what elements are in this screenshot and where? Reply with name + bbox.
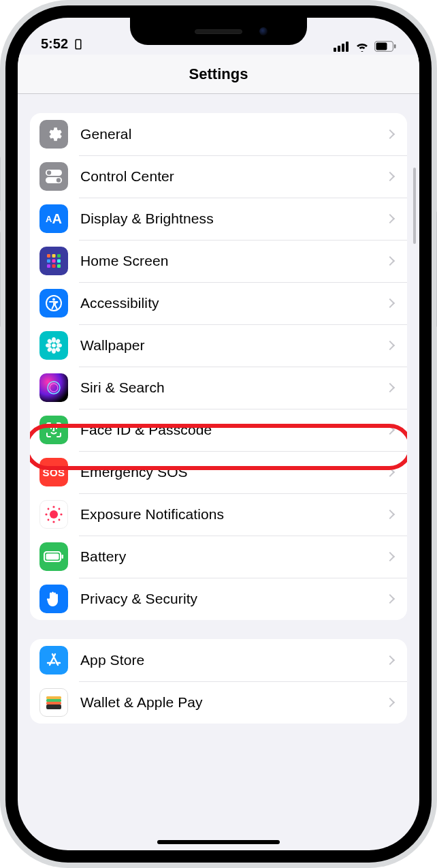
- chevron-right-icon: [385, 552, 395, 561]
- row-accessibility[interactable]: Accessibility: [30, 282, 407, 324]
- chevron-right-icon: [385, 698, 395, 707]
- siri-icon: [39, 373, 68, 402]
- sos-icon: SOS: [39, 458, 68, 486]
- svg-rect-18: [57, 260, 61, 263]
- svg-rect-49: [46, 702, 61, 704]
- row-display-brightness[interactable]: AA Display & Brightness: [30, 198, 407, 240]
- home-indicator[interactable]: [157, 840, 280, 844]
- row-label: Home Screen: [80, 253, 374, 269]
- row-control-center[interactable]: Control Center: [30, 155, 407, 198]
- row-battery[interactable]: Battery: [30, 536, 407, 578]
- exposure-icon: [39, 500, 68, 529]
- row-wallpaper[interactable]: Wallpaper: [30, 324, 407, 367]
- chevron-right-icon: [385, 298, 395, 308]
- svg-point-43: [59, 519, 61, 521]
- svg-rect-16: [47, 260, 50, 263]
- settings-content: General Control Center AA: [18, 94, 419, 724]
- svg-point-37: [52, 521, 54, 523]
- svg-rect-46: [46, 554, 59, 560]
- svg-point-27: [46, 343, 51, 347]
- row-face-id-passcode[interactable]: Face ID & Passcode: [30, 409, 407, 451]
- row-app-store[interactable]: App Store: [30, 639, 407, 681]
- face-id-icon: [39, 416, 68, 444]
- row-label: Accessibility: [80, 295, 374, 311]
- flower-icon: [39, 331, 68, 360]
- screen: 5:52: [18, 18, 419, 850]
- svg-point-12: [56, 178, 61, 182]
- text-size-icon: AA: [39, 204, 68, 233]
- row-general[interactable]: General: [30, 113, 407, 155]
- row-label: Face ID & Passcode: [80, 422, 374, 438]
- svg-rect-45: [62, 555, 64, 559]
- battery-icon: [374, 41, 396, 52]
- home-grid-icon: [39, 247, 68, 275]
- chevron-right-icon: [385, 655, 395, 665]
- page-title: Settings: [189, 65, 248, 83]
- svg-point-10: [47, 170, 51, 174]
- nav-header: Settings: [18, 55, 419, 94]
- svg-rect-47: [46, 696, 61, 699]
- svg-rect-48: [46, 699, 61, 702]
- svg-point-23: [52, 298, 55, 301]
- svg-rect-1: [76, 40, 80, 48]
- row-label: Privacy & Security: [80, 591, 374, 607]
- app-store-icon: [39, 646, 68, 675]
- svg-rect-14: [52, 254, 56, 258]
- row-label: Control Center: [80, 168, 374, 185]
- hand-icon: [39, 585, 68, 613]
- svg-point-35: [50, 510, 58, 518]
- wallet-icon: [39, 688, 68, 717]
- row-privacy-security[interactable]: Privacy & Security: [30, 578, 407, 620]
- row-label: App Store: [80, 652, 374, 668]
- svg-rect-50: [46, 704, 61, 709]
- svg-point-42: [48, 519, 50, 521]
- svg-point-38: [45, 513, 47, 515]
- scrollbar[interactable]: [413, 168, 416, 244]
- status-time: 5:52: [41, 36, 68, 52]
- row-exposure-notifications[interactable]: Exposure Notifications: [30, 493, 407, 536]
- chevron-right-icon: [385, 510, 395, 519]
- svg-rect-17: [52, 260, 56, 263]
- row-label: Exposure Notifications: [80, 506, 374, 523]
- sos-icon-text: SOS: [42, 467, 65, 478]
- notch: [130, 18, 307, 45]
- row-label: Wallpaper: [80, 337, 374, 354]
- row-label: Siri & Search: [80, 379, 374, 396]
- svg-point-26: [52, 348, 56, 354]
- settings-group-2: App Store Wallet & Apple Pay: [30, 639, 407, 724]
- device-bezel: 5:52: [5, 5, 432, 863]
- chevron-right-icon: [385, 129, 395, 139]
- row-siri-search[interactable]: Siri & Search: [30, 367, 407, 409]
- row-label: Wallet & Apple Pay: [80, 694, 374, 711]
- svg-rect-7: [376, 43, 387, 50]
- svg-point-36: [52, 506, 54, 508]
- svg-point-28: [56, 343, 62, 347]
- svg-rect-20: [52, 264, 56, 268]
- chevron-right-icon: [385, 214, 395, 223]
- svg-rect-19: [47, 264, 50, 268]
- svg-point-39: [60, 513, 62, 515]
- chevron-right-icon: [385, 425, 395, 435]
- svg-rect-5: [346, 42, 349, 52]
- svg-rect-15: [57, 254, 61, 258]
- chevron-right-icon: [385, 467, 395, 477]
- svg-rect-3: [338, 46, 340, 52]
- device-frame: 5:52: [0, 0, 437, 868]
- row-home-screen[interactable]: Home Screen: [30, 240, 407, 282]
- svg-rect-13: [47, 254, 50, 258]
- wifi-icon: [355, 41, 370, 52]
- row-wallet-apple-pay[interactable]: Wallet & Apple Pay: [30, 681, 407, 724]
- chevron-right-icon: [385, 594, 395, 604]
- row-label: Battery: [80, 548, 374, 565]
- svg-rect-8: [394, 44, 396, 48]
- svg-point-40: [48, 508, 50, 510]
- settings-group-1: General Control Center AA: [30, 113, 407, 620]
- row-emergency-sos[interactable]: SOS Emergency SOS: [30, 451, 407, 493]
- toggles-icon: [39, 162, 68, 191]
- chevron-right-icon: [385, 172, 395, 181]
- row-label: Display & Brightness: [80, 211, 374, 227]
- svg-rect-4: [342, 44, 344, 52]
- accessibility-icon: [39, 289, 68, 317]
- svg-point-24: [52, 343, 56, 347]
- rotation-lock-icon: [72, 38, 84, 50]
